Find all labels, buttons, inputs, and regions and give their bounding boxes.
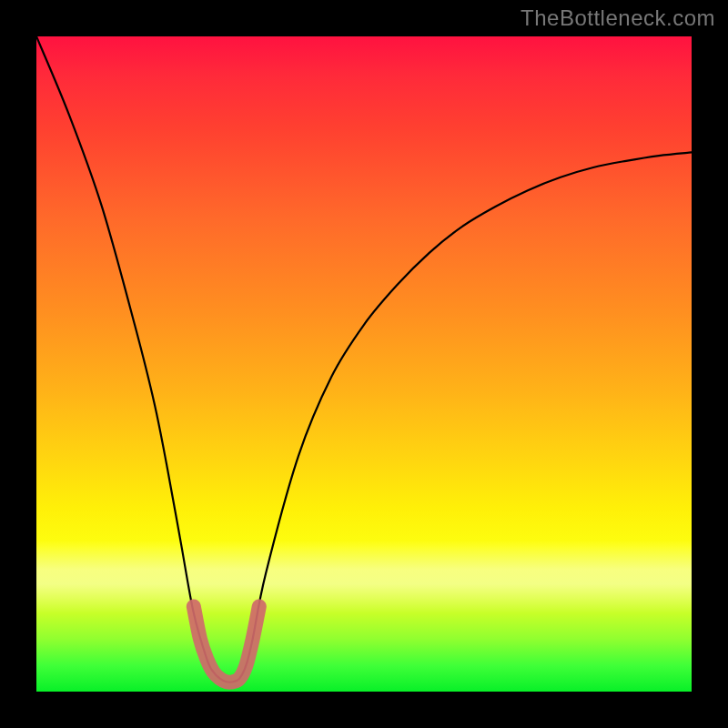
plot-area — [36, 36, 692, 692]
chart-svg — [36, 36, 692, 692]
chart-frame: TheBottleneck.com — [0, 0, 728, 728]
watermark-text: TheBottleneck.com — [521, 5, 715, 31]
marker-arc — [194, 606, 259, 682]
bottleneck-curve — [36, 36, 692, 682]
